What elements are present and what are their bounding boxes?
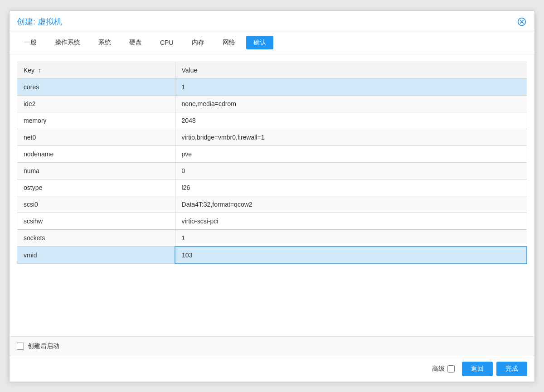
back-button[interactable]: 返回: [462, 362, 493, 376]
table-row: memory2048: [17, 112, 527, 129]
cell-value: Data4T:32,format=qcow2: [175, 196, 527, 213]
tab-network[interactable]: 网络: [215, 36, 243, 49]
cell-key: cores: [17, 78, 175, 95]
table-row: ide2none,media=cdrom: [17, 95, 527, 112]
table-row: sockets1: [17, 229, 527, 247]
tab-confirm[interactable]: 确认: [246, 36, 273, 49]
cell-key: scsihw: [17, 213, 175, 229]
config-table: Key ↑ Value cores1ide2none,media=cdromme…: [17, 62, 527, 264]
dialog-header: 创建: 虚拟机: [10, 11, 534, 31]
cell-key: numa: [17, 162, 175, 179]
close-button[interactable]: [516, 16, 527, 27]
cell-key: sockets: [17, 229, 175, 247]
tab-os[interactable]: 操作系统: [48, 36, 87, 49]
table-row: vmid103: [17, 247, 527, 264]
cell-value: 1: [175, 229, 527, 247]
cell-key: scsi0: [17, 196, 175, 213]
table-row: net0virtio,bridge=vmbr0,firewall=1: [17, 129, 527, 145]
tab-disk[interactable]: 硬盘: [122, 36, 149, 49]
bottom-bar: 高级 返回 完成: [10, 356, 534, 382]
cell-key: ide2: [17, 95, 175, 112]
column-key: Key ↑: [17, 62, 175, 78]
sort-icon: ↑: [38, 67, 41, 74]
dialog-title: 创建: 虚拟机: [17, 16, 62, 27]
table-row: numa0: [17, 162, 527, 179]
advanced-section: 高级: [432, 365, 455, 373]
cell-value: 103: [175, 247, 527, 264]
create-vm-dialog: 创建: 虚拟机 一般 操作系统 系统 硬盘 CPU 内存 网络 确认 Key ↑: [9, 10, 535, 382]
cell-key: net0: [17, 129, 175, 145]
cell-value: virtio-scsi-pci: [175, 213, 527, 229]
start-after-create-checkbox[interactable]: [17, 343, 24, 350]
content-area: Key ↑ Value cores1ide2none,media=cdromme…: [10, 54, 534, 336]
tab-memory[interactable]: 内存: [185, 36, 212, 49]
table-row: ostypel26: [17, 179, 527, 196]
cell-value: pve: [175, 145, 527, 162]
footer-bar: 创建后启动: [10, 336, 534, 356]
cell-value: virtio,bridge=vmbr0,firewall=1: [175, 129, 527, 145]
cell-value: 1: [175, 78, 527, 95]
cell-key: memory: [17, 112, 175, 129]
advanced-label: 高级: [432, 365, 445, 373]
cell-key: ostype: [17, 179, 175, 196]
tab-bar: 一般 操作系统 系统 硬盘 CPU 内存 网络 确认: [10, 31, 534, 54]
tab-system[interactable]: 系统: [91, 36, 118, 49]
table-row: cores1: [17, 78, 527, 95]
tab-cpu[interactable]: CPU: [153, 36, 181, 49]
column-value: Value: [175, 62, 527, 78]
start-after-create-label[interactable]: 创建后启动: [17, 342, 59, 350]
cell-key: nodename: [17, 145, 175, 162]
cell-value: none,media=cdrom: [175, 95, 527, 112]
tab-general[interactable]: 一般: [17, 36, 44, 49]
close-icon: [517, 17, 526, 26]
start-after-create-text: 创建后启动: [28, 342, 59, 350]
cell-value: 0: [175, 162, 527, 179]
cell-value: 2048: [175, 112, 527, 129]
cell-key: vmid: [17, 247, 175, 264]
cell-value: l26: [175, 179, 527, 196]
table-row: nodenamepve: [17, 145, 527, 162]
advanced-checkbox[interactable]: [447, 365, 455, 373]
table-row: scsi0Data4T:32,format=qcow2: [17, 196, 527, 213]
finish-button[interactable]: 完成: [496, 362, 527, 376]
table-row: scsihwvirtio-scsi-pci: [17, 213, 527, 229]
